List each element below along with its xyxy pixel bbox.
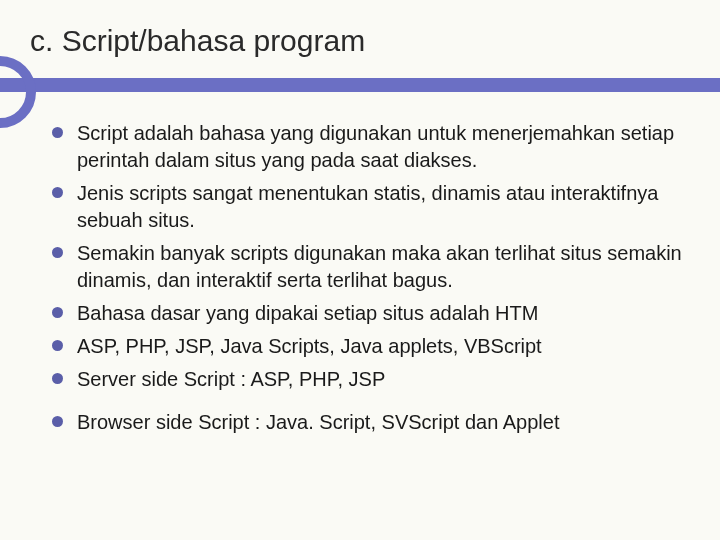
list-item: Script adalah bahasa yang digunakan untu… <box>52 120 682 174</box>
list-item: Browser side Script : Java. Script, SVSc… <box>52 409 682 436</box>
bullet-text: Bahasa dasar yang dipakai setiap situs a… <box>77 300 538 327</box>
bullet-text: ASP, PHP, JSP, Java Scripts, Java applet… <box>77 333 542 360</box>
bullet-text: Server side Script : ASP, PHP, JSP <box>77 366 385 393</box>
bullet-icon <box>52 127 63 138</box>
bullet-text: Semakin banyak scripts digunakan maka ak… <box>77 240 682 294</box>
bullet-icon <box>52 247 63 258</box>
slide-content: Script adalah bahasa yang digunakan untu… <box>52 120 682 442</box>
bullet-icon <box>52 307 63 318</box>
list-item: Semakin banyak scripts digunakan maka ak… <box>52 240 682 294</box>
list-item: ASP, PHP, JSP, Java Scripts, Java applet… <box>52 333 682 360</box>
bullet-icon <box>52 187 63 198</box>
bullet-text: Script adalah bahasa yang digunakan untu… <box>77 120 682 174</box>
slide-title: c. Script/bahasa program <box>30 24 365 58</box>
bullet-icon <box>52 373 63 384</box>
bullet-text: Browser side Script : Java. Script, SVSc… <box>77 409 559 436</box>
slide: c. Script/bahasa program Script adalah b… <box>0 0 720 540</box>
list-item: Bahasa dasar yang dipakai setiap situs a… <box>52 300 682 327</box>
bullet-icon <box>52 340 63 351</box>
bullet-icon <box>52 416 63 427</box>
list-item: Server side Script : ASP, PHP, JSP <box>52 366 682 393</box>
list-item: Jenis scripts sangat menentukan statis, … <box>52 180 682 234</box>
bullet-text: Jenis scripts sangat menentukan statis, … <box>77 180 682 234</box>
title-underline <box>0 78 720 92</box>
